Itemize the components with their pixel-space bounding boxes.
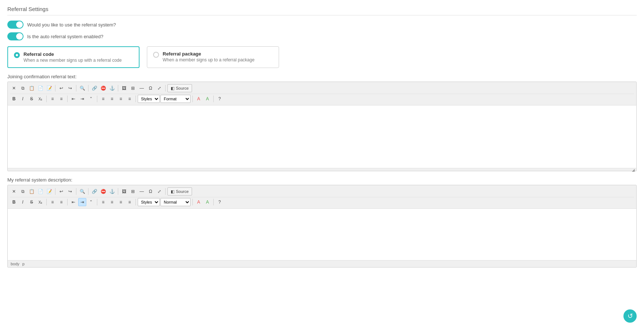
page-title: Referral Settings <box>7 6 637 15</box>
format-select-2[interactable]: Normal Paragraph Heading 1 Heading 2 <box>160 198 191 206</box>
referral-package-radio[interactable] <box>153 52 159 58</box>
unlink-button[interactable]: ⛔ <box>99 84 107 92</box>
bg-color-btn-1[interactable]: A <box>203 95 211 103</box>
auto-referral-row: Is the auto referral system enabled? <box>7 32 637 40</box>
referral-package-desc: When a member signs up to a referral pac… <box>163 57 254 62</box>
align-right-2[interactable]: ≡ <box>117 198 125 206</box>
bold-button-2[interactable]: B <box>10 198 18 206</box>
strike-button-1[interactable]: S <box>28 95 36 103</box>
undo-button-2[interactable]: ↩ <box>57 187 65 196</box>
editor1-content[interactable] <box>8 105 636 168</box>
unlink-button-2[interactable]: ⛔ <box>99 187 107 196</box>
editor2-content[interactable] <box>8 209 636 260</box>
subscript-button-2[interactable]: X₂ <box>36 198 44 206</box>
blockquote-button-2[interactable]: " <box>87 198 95 206</box>
align-right-1[interactable]: ≡ <box>117 95 125 103</box>
sep1 <box>55 85 55 92</box>
blockquote-button-1[interactable]: " <box>87 95 95 103</box>
image-button-2[interactable]: 🖼 <box>120 187 128 196</box>
bg-color-btn-2[interactable]: A <box>203 198 211 206</box>
indent-button-2[interactable]: ⇥ <box>78 198 86 206</box>
font-color-btn-2[interactable]: A <box>195 198 203 206</box>
italic-button-2[interactable]: I <box>19 198 27 206</box>
help-btn-1[interactable]: ? <box>216 95 224 103</box>
source-button-2[interactable]: ◧ Source <box>167 187 192 196</box>
sep9-2 <box>135 199 136 205</box>
bold-button-1[interactable]: B <box>10 95 18 103</box>
anchor-button[interactable]: ⚓ <box>108 84 116 92</box>
editor2-toolbar-row2: B I S X₂ ≡ ≡ ⇤ ⇥ " ≡ ≡ ≡ ≡ <box>10 197 634 207</box>
sep4 <box>118 85 118 92</box>
align-justify-1[interactable]: ≡ <box>126 95 134 103</box>
table-button-2[interactable]: ⊞ <box>129 187 137 196</box>
copy-button[interactable]: ⧉ <box>19 84 27 92</box>
redo-button[interactable]: ↪ <box>66 84 74 92</box>
indent-button-1[interactable]: ⇥ <box>78 95 86 103</box>
referral-package-content: Referral package When a member signs up … <box>163 51 254 62</box>
specialchar-button-2[interactable]: Ω <box>146 187 155 196</box>
editor1-resize[interactable]: ◢ <box>8 168 636 171</box>
paste-text-button[interactable]: 📄 <box>36 84 44 92</box>
sep10 <box>192 96 193 102</box>
align-left-2[interactable]: ≡ <box>99 198 107 206</box>
outdent-button-1[interactable]: ⇤ <box>69 95 77 103</box>
copy-button-2[interactable]: ⧉ <box>19 187 27 196</box>
source-label-2: Source <box>176 189 189 194</box>
specialchar-button[interactable]: Ω <box>146 84 155 92</box>
format-select-1[interactable]: Format Paragraph Heading 1 Heading 2 <box>160 95 191 103</box>
paste-button-2[interactable]: 📋 <box>28 187 36 196</box>
use-referral-toggle[interactable] <box>7 21 23 29</box>
ul-button-2[interactable]: ≡ <box>57 198 65 206</box>
ul-button-1[interactable]: ≡ <box>57 95 65 103</box>
hr-button-2[interactable]: — <box>138 187 146 196</box>
table-button[interactable]: ⊞ <box>129 84 137 92</box>
anchor-button-2[interactable]: ⚓ <box>108 187 116 196</box>
editor1-container: ✕ ⧉ 📋 📄 📝 ↩ ↪ 🔍 🔗 ⛔ ⚓ 🖼 ⊞ <box>7 82 637 171</box>
source-icon-2: ◧ <box>171 189 174 194</box>
sep5 <box>165 85 166 92</box>
undo-button[interactable]: ↩ <box>57 84 65 92</box>
help-btn-2[interactable]: ? <box>216 198 224 206</box>
paste-text-button-2[interactable]: 📄 <box>36 187 44 196</box>
maximize-button-2[interactable]: ⤢ <box>155 187 163 196</box>
subscript-button-1[interactable]: X₂ <box>36 95 44 103</box>
cut-button-2[interactable]: ✕ <box>10 187 18 196</box>
strike-button-2[interactable]: S <box>28 198 36 206</box>
hr-button[interactable]: — <box>138 84 146 92</box>
font-color-btn-1[interactable]: A <box>195 95 203 103</box>
referral-code-radio[interactable] <box>14 52 20 58</box>
referral-code-card[interactable]: Referral code When a new member signs up… <box>7 46 140 68</box>
image-button[interactable]: 🖼 <box>120 84 128 92</box>
sep9 <box>135 96 136 102</box>
paste-from-word-button[interactable]: 📝 <box>45 84 53 92</box>
paste-from-word-button-2[interactable]: 📝 <box>45 187 53 196</box>
italic-button-1[interactable]: I <box>19 95 27 103</box>
styles-select-2[interactable]: Styles <box>138 198 160 206</box>
redo-button-2[interactable]: ↪ <box>66 187 74 196</box>
link-button[interactable]: 🔗 <box>90 84 98 92</box>
cut-button[interactable]: ✕ <box>10 84 18 92</box>
align-center-1[interactable]: ≡ <box>108 95 116 103</box>
align-left-1[interactable]: ≡ <box>99 95 107 103</box>
styles-select-1[interactable]: Styles <box>138 95 160 103</box>
sep6-2 <box>46 199 47 205</box>
radio-group: Referral code When a new member signs up… <box>7 46 637 68</box>
find-replace-button-2[interactable]: 🔍 <box>78 187 86 196</box>
editor2-toolbar-row1: ✕ ⧉ 📋 📄 📝 ↩ ↪ 🔍 🔗 ⛔ ⚓ 🖼 ⊞ <box>10 187 634 196</box>
auto-referral-toggle[interactable] <box>7 32 23 40</box>
referral-code-content: Referral code When a new member signs up… <box>23 51 122 63</box>
referral-package-card[interactable]: Referral package When a member signs up … <box>147 46 279 68</box>
outdent-button-2[interactable]: ⇤ <box>69 198 77 206</box>
source-button-1[interactable]: ◧ Source <box>167 84 192 92</box>
maximize-button[interactable]: ⤢ <box>155 84 163 92</box>
ol-button-2[interactable]: ≡ <box>48 198 57 206</box>
ol-button-1[interactable]: ≡ <box>48 95 57 103</box>
referral-code-desc: When a new member signs up with a referr… <box>23 58 122 63</box>
paste-button[interactable]: 📋 <box>28 84 36 92</box>
fab-button[interactable]: ↺ <box>623 309 637 323</box>
status-body: body <box>11 262 19 266</box>
align-center-2[interactable]: ≡ <box>108 198 116 206</box>
find-replace-button[interactable]: 🔍 <box>78 84 86 92</box>
link-button-2[interactable]: 🔗 <box>90 187 98 196</box>
align-justify-2[interactable]: ≡ <box>126 198 134 206</box>
